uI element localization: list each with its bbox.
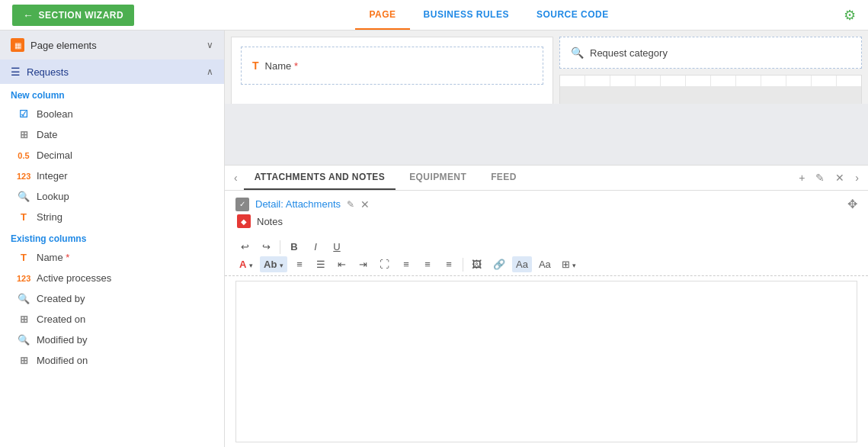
sidebar-item-lookup[interactable]: 🔍 Lookup	[0, 186, 224, 207]
ordered-list-button[interactable]: ≡	[290, 256, 309, 272]
sidebar-item-date[interactable]: ⊞ Date	[0, 124, 224, 145]
sidebar-item-string[interactable]: T String	[0, 207, 224, 227]
name-icon: T	[17, 252, 30, 263]
string-label: String	[37, 211, 62, 223]
modified-on-icon: ⊞	[17, 355, 30, 366]
font-color-button[interactable]: A ▾	[235, 256, 257, 272]
detail-checkbox[interactable]: ✓	[235, 198, 249, 211]
page-elements-label: Page elements	[30, 40, 97, 51]
tab-equipment[interactable]: EQUIPMENT	[399, 166, 477, 190]
increase-indent-button[interactable]: ⇥	[354, 256, 373, 272]
grid-cell	[610, 76, 635, 86]
detail-block: ✓ Detail: Attachments ✎ ✕ ✥ ◆ Notes	[225, 191, 868, 234]
date-icon: ⊞	[17, 129, 30, 140]
align-right-button[interactable]: ≡	[440, 256, 458, 272]
request-category-icon: 🔍	[571, 47, 584, 59]
modified-on-label: Modified on	[37, 355, 88, 366]
detail-header: ✓ Detail: Attachments ✎ ✕ ✥	[235, 197, 857, 211]
unordered-list-button[interactable]: ☰	[312, 256, 330, 272]
bottom-panel: ‹ ATTACHMENTS AND NOTES EQUIPMENT FEED +…	[225, 165, 868, 447]
redo-button[interactable]: ↪	[257, 239, 275, 255]
decrease-indent-button[interactable]: ⇤	[333, 256, 351, 272]
sidebar-item-modified-by[interactable]: 🔍 Modified by	[0, 330, 224, 350]
grid-cell	[560, 76, 585, 86]
font-size-button[interactable]: Aa	[535, 256, 555, 272]
tab-business-rules[interactable]: BUSINESS RULES	[410, 1, 523, 30]
tab-source-code[interactable]: SOURCE CODE	[523, 1, 623, 30]
name-field-block[interactable]: T Name *	[241, 47, 543, 85]
insert-link-button[interactable]: 🔗	[489, 256, 509, 272]
sidebar-item-integer[interactable]: 123 Integer	[0, 166, 224, 186]
sidebar-item-boolean[interactable]: ☑ Boolean	[0, 104, 224, 124]
created-on-icon: ⊞	[17, 314, 30, 325]
sidebar-item-created-on[interactable]: ⊞ Created on	[0, 309, 224, 330]
main-layout: ▦ Page elements ∨ ☰ Requests ∧ New colum…	[0, 31, 868, 447]
top-nav: ← SECTION WIZARD PAGE BUSINESS RULES SOU…	[0, 0, 868, 31]
rte-row-1: ↩ ↪ B I U	[235, 239, 857, 255]
sidebar: ▦ Page elements ∨ ☰ Requests ∧ New colum…	[0, 31, 225, 447]
rte-toolbar: ↩ ↪ B I U A ▾ Ab ▾ ≡	[225, 234, 868, 276]
paragraph-style-button[interactable]: Aa	[512, 256, 532, 272]
grid-cell	[636, 76, 660, 86]
sidebar-item-modified-on[interactable]: ⊞ Modified on	[0, 350, 224, 371]
italic-button[interactable]: I	[306, 239, 325, 255]
integer-icon: 123	[17, 172, 30, 181]
settings-icon[interactable]: ⚙	[844, 7, 856, 24]
page-canvas: T Name * 🔍 Request category	[225, 31, 868, 104]
wizard-button[interactable]: ← SECTION WIZARD	[12, 5, 134, 26]
tab-feed[interactable]: FEED	[480, 166, 527, 190]
notes-label: Notes	[257, 216, 283, 227]
detail-move-icon[interactable]: ✥	[847, 197, 857, 211]
tab-bar: ‹ ATTACHMENTS AND NOTES EQUIPMENT FEED +…	[225, 166, 868, 191]
detail-close-icon[interactable]: ✕	[360, 198, 370, 211]
boolean-icon: ☑	[17, 108, 30, 120]
bold-button[interactable]: B	[285, 239, 303, 255]
tab-nav-right[interactable]: ›	[852, 167, 862, 188]
undo-button[interactable]: ↩	[235, 239, 254, 255]
highlight-button[interactable]: Ab ▾	[260, 256, 287, 272]
sidebar-item-active-processes[interactable]: 123 Active processes	[0, 268, 224, 288]
grid-placeholder	[559, 75, 862, 104]
sidebar-item-created-by[interactable]: 🔍 Created by	[0, 288, 224, 309]
requests-label: Requests	[27, 66, 69, 78]
created-by-label: Created by	[37, 293, 85, 304]
requests-header[interactable]: ☰ Requests ∧	[0, 59, 224, 84]
name-field-card: T Name *	[231, 37, 553, 104]
insert-image-button[interactable]: 🖼	[468, 256, 486, 272]
rte-divider-2	[463, 258, 463, 272]
lookup-icon: 🔍	[17, 191, 30, 202]
close-tab-button[interactable]: ✕	[832, 169, 847, 187]
grid-cell	[711, 76, 735, 86]
sidebar-item-name[interactable]: T Name *	[0, 247, 224, 268]
created-by-icon: 🔍	[17, 293, 30, 304]
tab-page[interactable]: PAGE	[355, 1, 409, 30]
grid-cell	[761, 76, 786, 86]
sidebar-item-decimal[interactable]: 0.5 Decimal	[0, 145, 224, 166]
page-elements-header[interactable]: ▦ Page elements ∨	[0, 31, 224, 59]
boolean-label: Boolean	[37, 108, 73, 120]
tab-nav-left[interactable]: ‹	[231, 167, 241, 188]
tab-attachments-notes[interactable]: ATTACHMENTS AND NOTES	[244, 166, 396, 190]
request-category-label: Request category	[590, 47, 668, 59]
notes-row: ◆ Notes	[235, 214, 857, 228]
add-tab-button[interactable]: +	[796, 169, 808, 187]
insert-table-button[interactable]: ⊞ ▾	[558, 256, 581, 272]
active-processes-icon: 123	[17, 274, 30, 283]
nav-tabs: PAGE BUSINESS RULES SOURCE CODE	[355, 1, 622, 30]
align-center-button[interactable]: ≡	[418, 256, 437, 272]
lookup-label: Lookup	[37, 191, 69, 202]
date-label: Date	[37, 129, 57, 140]
right-canvas: 🔍 Request category	[559, 37, 862, 98]
request-category-field[interactable]: 🔍 Request category	[559, 37, 862, 69]
arrow-left-icon: ←	[23, 9, 34, 21]
page-elements-icon: ▦	[11, 38, 24, 52]
detail-edit-icon[interactable]: ✎	[347, 199, 354, 210]
edit-tab-button[interactable]: ✎	[812, 169, 828, 187]
integer-label: Integer	[37, 170, 67, 182]
content-area: T Name * 🔍 Request category	[225, 31, 868, 447]
expand-button[interactable]: ⛶	[376, 256, 394, 272]
underline-button[interactable]: U	[328, 239, 346, 255]
align-left-button[interactable]: ≡	[397, 256, 415, 272]
rte-editor[interactable]	[235, 281, 857, 442]
existing-columns-label: Existing columns	[0, 227, 224, 247]
